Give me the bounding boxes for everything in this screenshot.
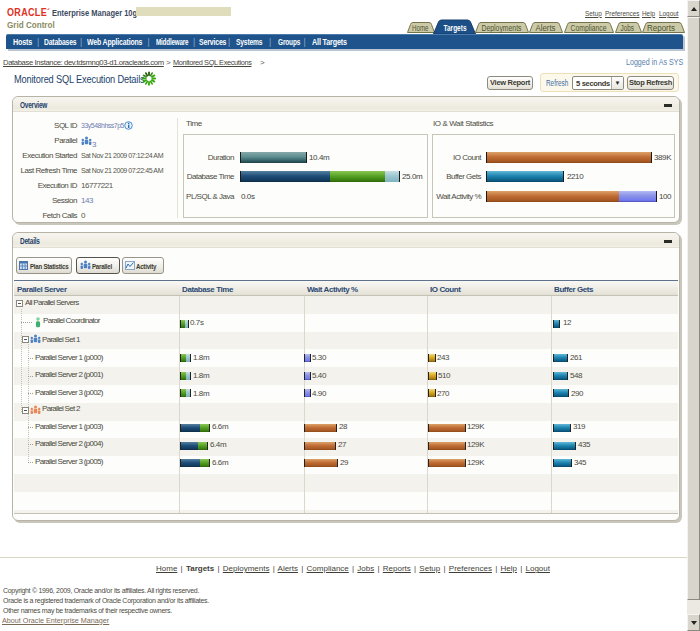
svg-text:Compliance: Compliance <box>571 23 607 33</box>
svg-text:Alerts: Alerts <box>536 23 556 33</box>
svg-text:Reports: Reports <box>647 23 675 33</box>
svg-text:Targets: Targets <box>444 23 467 33</box>
svg-text:Jobs: Jobs <box>621 23 635 33</box>
svg-text:Home: Home <box>412 23 429 33</box>
svg-text:Deployments: Deployments <box>482 23 522 33</box>
